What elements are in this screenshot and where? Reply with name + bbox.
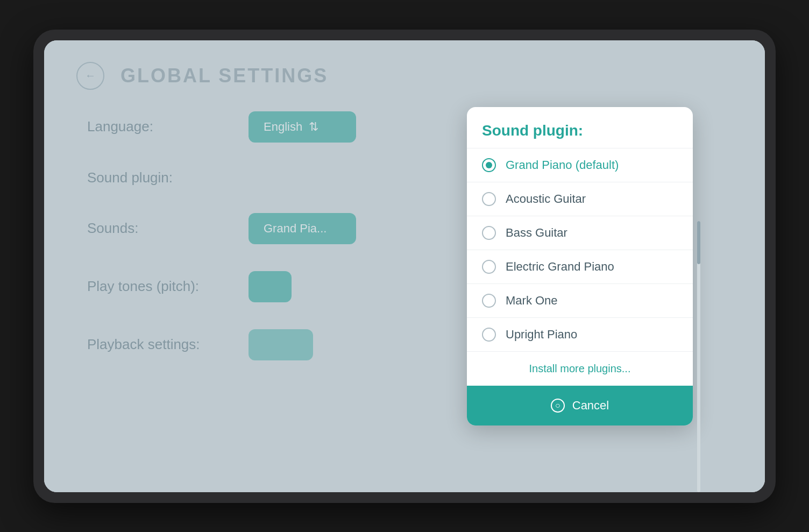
option-bass-guitar[interactable]: Bass Guitar xyxy=(467,216,693,250)
radio-upright-piano xyxy=(482,328,496,342)
dialog-header: Sound plugin: xyxy=(467,107,693,148)
option-label-mark-one: Mark One xyxy=(506,294,558,308)
option-mark-one[interactable]: Mark One xyxy=(467,283,693,317)
option-label-electric-grand-piano: Electric Grand Piano xyxy=(506,260,614,274)
radio-bass-guitar xyxy=(482,226,496,240)
sound-plugin-dialog: Sound plugin: Grand Piano (default) Acou… xyxy=(467,107,693,425)
install-plugins-text: Install more plugins... xyxy=(529,363,631,374)
scrollbar-thumb xyxy=(697,221,700,264)
cancel-button[interactable]: ○ Cancel xyxy=(467,386,693,425)
radio-acoustic-guitar xyxy=(482,192,496,206)
radio-inner-grand-piano xyxy=(486,162,492,168)
tablet-frame: ← GLOBAL SETTINGS Language: English ⇅ So… xyxy=(33,30,776,503)
cancel-label: Cancel xyxy=(572,399,609,413)
option-label-acoustic-guitar: Acoustic Guitar xyxy=(506,192,586,206)
option-label-grand-piano: Grand Piano (default) xyxy=(506,158,619,172)
option-acoustic-guitar[interactable]: Acoustic Guitar xyxy=(467,182,693,216)
radio-grand-piano xyxy=(482,158,496,172)
scrollbar[interactable] xyxy=(697,221,700,492)
modal-overlay: Sound plugin: Grand Piano (default) Acou… xyxy=(44,40,765,492)
install-plugins-link[interactable]: Install more plugins... xyxy=(467,351,693,386)
option-upright-piano[interactable]: Upright Piano xyxy=(467,317,693,351)
option-electric-grand-piano[interactable]: Electric Grand Piano xyxy=(467,250,693,283)
radio-electric-grand-piano xyxy=(482,260,496,274)
dialog-title: Sound plugin: xyxy=(482,122,583,139)
radio-mark-one xyxy=(482,294,496,308)
option-grand-piano[interactable]: Grand Piano (default) xyxy=(467,148,693,182)
option-label-upright-piano: Upright Piano xyxy=(506,328,577,342)
dialog-options-list: Grand Piano (default) Acoustic Guitar Ba… xyxy=(467,148,693,351)
tablet-screen: ← GLOBAL SETTINGS Language: English ⇅ So… xyxy=(44,40,765,492)
option-label-bass-guitar: Bass Guitar xyxy=(506,226,567,240)
cancel-icon: ○ xyxy=(551,399,565,413)
